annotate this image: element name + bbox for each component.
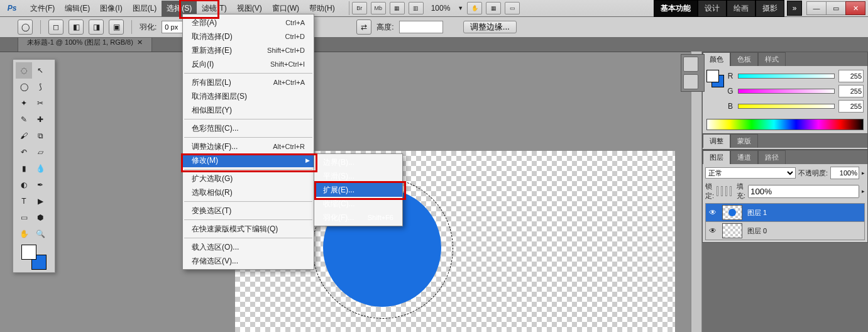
pen-tool[interactable]: ✒ [32, 177, 48, 193]
g-input[interactable] [838, 85, 864, 97]
subtract-selection-icon[interactable]: ◨ [89, 19, 104, 35]
submenu-item[interactable]: 收缩(C)... [314, 197, 402, 211]
layer-name[interactable]: 图层 0 [745, 226, 864, 236]
zoom-tool[interactable]: 🔍 [32, 226, 48, 242]
healing-tool[interactable]: ✚ [32, 111, 48, 128]
view-extras2-icon[interactable]: ▥ [409, 2, 424, 14]
vertical-scrollbar[interactable] [691, 52, 702, 332]
fill-input[interactable] [748, 185, 859, 198]
foreground-color[interactable] [21, 245, 36, 260]
dodge-tool[interactable]: ◐ [16, 177, 32, 193]
3d-tool[interactable]: ⬢ [32, 209, 48, 226]
window-maximize-button[interactable]: ▭ [826, 1, 846, 15]
lock-pixels-icon[interactable] [721, 186, 723, 196]
eraser-tool[interactable]: ▱ [32, 144, 48, 160]
menu-1[interactable]: 编辑(E) [60, 1, 95, 16]
panel-swatch[interactable] [706, 70, 724, 87]
menu-2[interactable]: 图像(I) [95, 1, 127, 16]
r-slider[interactable] [738, 72, 835, 80]
menu-row-6[interactable]: 取消选择图层(S) [183, 89, 314, 103]
menu-row-17[interactable]: 变换选区(T) [183, 204, 314, 218]
menu-row-7[interactable]: 相似图层(Y) [183, 103, 314, 117]
history-brush-tool[interactable]: ↶ [16, 144, 32, 160]
ellipse-marquee-tool[interactable]: ◯ [16, 79, 32, 95]
opacity-input[interactable] [830, 167, 859, 179]
layer-row-0[interactable]: 👁 图层 1 [705, 203, 865, 222]
chevron-right-icon[interactable]: ▸ [862, 188, 865, 194]
b-slider[interactable] [738, 102, 835, 110]
tab-paths[interactable]: 路径 [758, 150, 786, 164]
submenu-item[interactable]: 边界(B)... [314, 155, 402, 169]
b-input[interactable] [838, 100, 864, 113]
chevron-right-icon[interactable]: ▸ [862, 170, 865, 176]
color-swatches[interactable] [21, 245, 47, 270]
actions-panel-icon[interactable] [683, 74, 698, 89]
workspace-3[interactable]: 摄影 [755, 0, 784, 17]
lasso-tool[interactable]: ⟆ [32, 79, 48, 95]
tab-styles[interactable]: 样式 [758, 52, 786, 66]
lock-all-icon[interactable] [730, 186, 732, 196]
menu-row-19[interactable]: 在快速蒙版模式下编辑(Q) [183, 222, 314, 236]
layer-thumb[interactable] [722, 205, 742, 220]
new-selection-icon[interactable]: ◻ [48, 19, 63, 35]
stamp-tool[interactable]: ⧉ [32, 128, 48, 144]
menu-row-9[interactable]: 色彩范围(C)... [183, 121, 314, 135]
layer-thumb[interactable] [722, 223, 742, 238]
menu-row-11[interactable]: 调整边缘(F)...Alt+Ctrl+R [183, 140, 314, 153]
g-slider[interactable] [738, 87, 835, 95]
brush-tool[interactable]: 🖌 [16, 128, 32, 144]
eyedropper-tool[interactable]: ✎ [16, 111, 32, 128]
history-panel-icon[interactable] [683, 57, 698, 72]
visibility-icon[interactable]: 👁 [706, 226, 720, 235]
intersect-selection-icon[interactable]: ▣ [109, 19, 124, 35]
workspace-1[interactable]: 设计 [698, 0, 727, 17]
r-input[interactable] [838, 70, 864, 82]
menu-row-21[interactable]: 载入选区(O)... [183, 240, 314, 254]
tool-preset-icon[interactable]: ◯ [18, 19, 33, 35]
path-select-tool[interactable]: ▶ [32, 193, 48, 209]
menu-row-5[interactable]: 所有图层(L)Alt+Ctrl+A [183, 75, 314, 89]
window-close-button[interactable]: ✕ [845, 1, 865, 15]
menu-3[interactable]: 图层(L) [128, 1, 162, 16]
submenu-item[interactable]: 扩展(E)... [314, 183, 402, 197]
tab-channels[interactable]: 通道 [730, 150, 758, 164]
hand-tool[interactable]: ✋ [16, 226, 32, 242]
document-tab[interactable]: 未标题-1 @ 100% (图层 1, RGB/8) ✕ [18, 36, 152, 52]
workspace-more-icon[interactable]: » [787, 1, 802, 16]
menu-row-0[interactable]: 全部(A)Ctrl+A [183, 16, 314, 30]
submenu-item[interactable]: 平滑(S)... [314, 169, 402, 183]
screen-mode-icon[interactable]: ▭ [505, 2, 520, 14]
workspace-2[interactable]: 绘画 [727, 0, 755, 17]
tab-masks[interactable]: 蒙版 [730, 134, 758, 148]
quick-select-tool[interactable]: ✦ [16, 95, 32, 111]
zoom-level[interactable]: 100% [431, 4, 451, 13]
tab-layers[interactable]: 图层 [703, 150, 730, 164]
add-selection-icon[interactable]: ◧ [69, 19, 84, 35]
shape-tool[interactable]: ▭ [16, 209, 32, 226]
marquee-tool[interactable]: ◌ [16, 62, 32, 79]
lock-transparent-icon[interactable] [717, 186, 718, 196]
visibility-icon[interactable]: 👁 [706, 208, 720, 217]
blur-tool[interactable]: 💧 [32, 160, 48, 177]
bridge-icon[interactable]: Br [352, 2, 367, 14]
crop-tool[interactable]: ✂ [32, 95, 48, 111]
tab-adjustments[interactable]: 调整 [703, 134, 730, 148]
menu-row-22[interactable]: 存储选区(V)... [183, 254, 314, 268]
menu-row-1[interactable]: 取消选择(D)Ctrl+D [183, 30, 314, 43]
layer-row-1[interactable]: 👁 图层 0 [705, 221, 865, 240]
menu-row-14[interactable]: 扩大选取(G) [183, 172, 314, 185]
tab-color[interactable]: 颜色 [703, 52, 730, 66]
height-input[interactable] [399, 21, 443, 33]
blend-mode-select[interactable]: 正常 [705, 167, 796, 179]
menu-row-12[interactable]: 修改(M)边界(B)...平滑(S)...扩展(E)...收缩(C)...羽化(… [183, 153, 314, 167]
swap-wh-icon[interactable]: ⇄ [356, 19, 371, 35]
tab-swatches[interactable]: 色板 [730, 52, 758, 66]
workspace-0[interactable]: 基本功能 [654, 0, 698, 17]
menu-row-15[interactable]: 选取相似(R) [183, 185, 314, 199]
minibridge-icon[interactable]: Mb [371, 2, 386, 14]
type-tool[interactable]: T [16, 193, 32, 209]
window-minimize-button[interactable]: — [806, 1, 827, 15]
submenu-item[interactable]: 羽化(F)...Shift+F6 [314, 211, 402, 224]
menu-0[interactable]: 文件(F) [25, 1, 60, 16]
hand-tool-icon[interactable]: ✋ [467, 2, 482, 14]
